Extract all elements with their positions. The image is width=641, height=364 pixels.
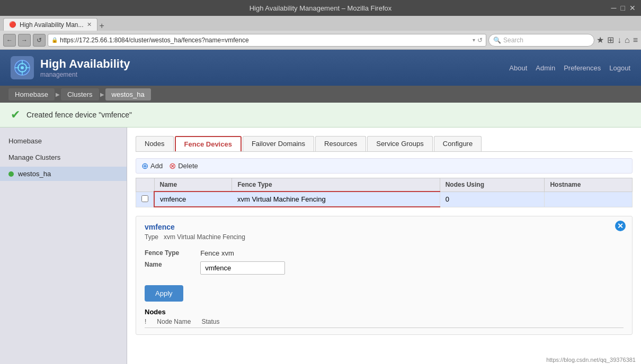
download-icon[interactable]: ↓ [617, 35, 621, 45]
logo-icon [11, 56, 34, 79]
nodes-section: Nodes ! Node Name Status [145, 308, 624, 328]
row-fence-type: xvm Virtual Machine Fencing [232, 192, 440, 207]
sidebar-item-homebase[interactable]: Homebase [0, 133, 127, 149]
tabs: Nodes Fence Devices Failover Domains Res… [136, 136, 633, 152]
nodes-col-bang: ! [145, 318, 146, 325]
apply-button[interactable]: Apply [145, 285, 183, 302]
bookmark-icon[interactable]: ★ [597, 35, 604, 45]
app-logo: High Availability management [11, 56, 130, 79]
restore-button[interactable]: □ [621, 4, 625, 12]
history-icon[interactable]: ⊞ [607, 35, 614, 45]
add-button[interactable]: ⊕ Add [141, 161, 163, 171]
breadcrumb-clusters[interactable]: Clusters [61, 88, 99, 101]
cluster-status-dot [8, 171, 14, 177]
nodes-table-header: ! Node Name Status [145, 318, 624, 328]
back-button[interactable]: ← [3, 34, 16, 47]
breadcrumb-bar: Homebase Clusters westos_ha [0, 86, 641, 103]
close-button[interactable]: ✕ [629, 4, 636, 12]
tab-resources[interactable]: Resources [315, 136, 366, 151]
notification-bar: ✔ Created fence device "vmfence" [0, 103, 641, 128]
tab-configure[interactable]: Configure [434, 136, 482, 151]
breadcrumb-cluster[interactable]: westos_ha [105, 88, 151, 101]
logout-link[interactable]: Logout [609, 64, 630, 72]
app-title-sub: management [40, 71, 130, 78]
form-col-right: Fence xvm [200, 249, 285, 275]
table-row[interactable]: vmfence xvm Virtual Machine Fencing 0 [136, 192, 633, 207]
watermark: https://blog.csdn.net/qq_39376381 [546, 357, 636, 363]
preferences-link[interactable]: Preferences [564, 64, 601, 72]
minimize-button[interactable]: ─ [611, 4, 617, 12]
tab-close-button[interactable]: ✕ [87, 21, 92, 28]
row-name: vmfence [154, 192, 232, 207]
tab-service-groups[interactable]: Service Groups [367, 136, 433, 151]
nodes-label: Nodes [145, 308, 624, 316]
notification-message: Created fence device "vmfence" [26, 111, 132, 119]
sidebar-item-manage-clusters[interactable]: Manage Clusters [0, 149, 127, 166]
app-title: High Availability management [40, 57, 130, 78]
address-text: https://172.25.66.1:8084/cluster/westos_… [60, 37, 470, 44]
detail-type: Type xvm Virtual Machine Fencing [145, 233, 624, 241]
search-icon: 🔍 [493, 37, 501, 44]
nodes-col-status: Status [201, 318, 219, 325]
address-dropdown[interactable]: ▾ [473, 37, 475, 43]
menu-icon[interactable]: ≡ [633, 35, 638, 45]
home-icon[interactable]: ⌂ [625, 35, 630, 45]
delete-label: Delete [178, 162, 198, 170]
col-nodes-using: Nodes Using [440, 178, 545, 192]
browser-tab-bar: 🔴 High Availability Man... ✕ + [0, 16, 641, 31]
detail-close-button[interactable]: ✕ [615, 221, 626, 231]
tab-fence-devices[interactable]: Fence Devices [175, 136, 242, 151]
browser-toolbar: ← → ↺ 🔒 https://172.25.66.1:8084/cluster… [0, 31, 641, 50]
active-tab[interactable]: 🔴 High Availability Man... ✕ [3, 18, 97, 31]
search-bar[interactable]: 🔍 Search [488, 34, 594, 47]
sidebar-manage-clusters-label: Manage Clusters [8, 153, 60, 161]
col-name: Name [154, 178, 232, 192]
delete-icon: ⊗ [169, 161, 176, 171]
admin-link[interactable]: Admin [536, 64, 555, 72]
detail-title: vmfence [145, 223, 624, 231]
fence-devices-table: Name Fence Type Nodes Using Hostname vmf… [136, 178, 633, 207]
header-nav: About Admin Preferences Logout [509, 64, 630, 72]
detail-type-label: Type [145, 233, 158, 241]
check-icon: ✔ [11, 108, 20, 122]
row-hostname [545, 192, 633, 207]
delete-button[interactable]: ⊗ Delete [169, 161, 198, 171]
detail-type-value: xvm Virtual Machine Fencing [164, 233, 245, 241]
table-header-row: Name Fence Type Nodes Using Hostname [136, 178, 633, 192]
name-input[interactable] [200, 261, 285, 275]
refresh-icon: ↺ [37, 37, 42, 44]
lock-icon: 🔒 [51, 37, 58, 43]
address-bar[interactable]: 🔒 https://172.25.66.1:8084/cluster/westo… [48, 34, 486, 47]
svg-point-2 [21, 66, 24, 69]
tab-failover-domains[interactable]: Failover Domains [243, 136, 314, 151]
sidebar-cluster-item[interactable]: westos_ha [0, 167, 127, 181]
new-tab-button[interactable]: + [100, 21, 104, 31]
content-area: Nodes Fence Devices Failover Domains Res… [127, 128, 641, 364]
window-controls[interactable]: ─ □ ✕ [611, 4, 636, 12]
col-fence-type: Fence Type [232, 178, 440, 192]
reload-icon[interactable]: ↺ [477, 37, 483, 44]
browser-title: High Availability Management – Mozilla F… [250, 4, 392, 12]
col-checkbox [136, 178, 155, 192]
forward-button[interactable]: → [18, 34, 31, 47]
name-label: Name [145, 261, 179, 268]
browser-titlebar: High Availability Management – Mozilla F… [0, 0, 641, 16]
breadcrumb-homebase[interactable]: Homebase [8, 88, 55, 101]
search-placeholder: Search [503, 37, 523, 44]
about-link[interactable]: About [509, 64, 527, 72]
col-hostname: Hostname [545, 178, 633, 192]
sidebar-homebase-label: Homebase [8, 137, 42, 145]
add-label: Add [150, 162, 163, 170]
app-title-main: High Availability [40, 57, 130, 71]
tab-label: High Availability Man... [20, 21, 84, 29]
table-toolbar: ⊕ Add ⊗ Delete [136, 158, 633, 174]
form-col-left: Fence Type Name [145, 249, 179, 268]
refresh-button[interactable]: ↺ [33, 34, 46, 47]
tab-nodes[interactable]: Nodes [136, 136, 174, 151]
nodes-col-name: Node Name [157, 318, 191, 325]
row-checkbox[interactable] [141, 195, 148, 202]
row-checkbox-cell[interactable] [136, 192, 155, 207]
main-content: Homebase Manage Clusters westos_ha Nodes… [0, 128, 641, 364]
fence-type-value: Fence xvm [200, 249, 285, 257]
app-header: High Availability management About Admin… [0, 50, 641, 86]
